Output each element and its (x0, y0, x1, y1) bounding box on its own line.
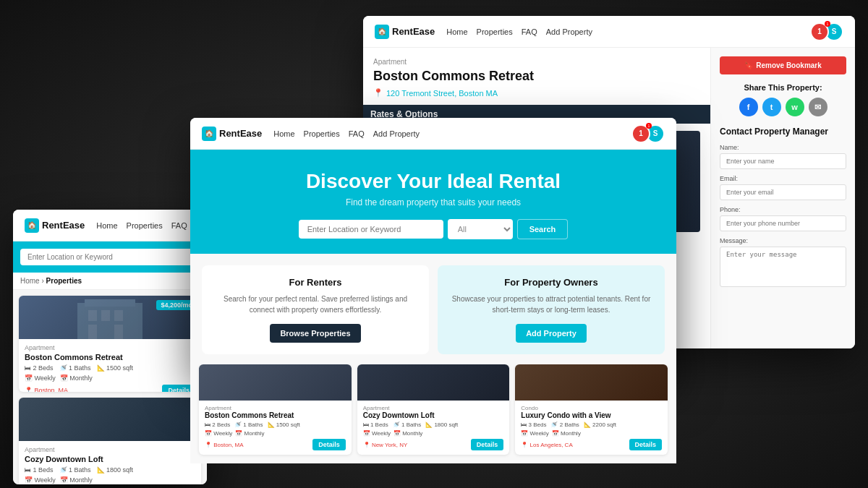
feat-loc-2: 📍 New York, NY (363, 442, 408, 448)
form-name-input[interactable] (720, 153, 846, 169)
featured-name-1: Boston Commons Retreat (205, 411, 346, 419)
brand-name: RentEase (392, 26, 435, 37)
notif-dot: 1 (825, 21, 830, 27)
feat-footer-2: 📍 New York, NY Details (363, 439, 504, 450)
share-whatsapp[interactable]: w (786, 98, 804, 116)
prop-beds-2: 🛏 1 Beds (25, 466, 54, 474)
feat-details-btn-2[interactable]: Details (471, 439, 504, 450)
nav-addprop-detail[interactable]: Add Property (546, 27, 592, 36)
feat-tag-m-1: 📅 Monthly (235, 430, 264, 437)
prop-tag-monthly-1: 📅 Monthly (60, 374, 93, 382)
detail-title: Boston Commons Retreat (373, 69, 700, 84)
form-message-group: Message: (720, 237, 846, 290)
form-message-label: Message: (720, 237, 846, 244)
detail-type: Apartment (373, 58, 700, 66)
featured-details-3: 🛏 3 Beds 🚿 2 Baths 📐 2200 sqft (521, 421, 662, 428)
feat-tag-m-2: 📅 Monthly (393, 430, 422, 437)
breadcrumb-home: Home (20, 277, 40, 285)
main-notif-dot: 1 (646, 123, 652, 129)
featured-card-image-3 (515, 364, 668, 401)
featured-card-image-2 (357, 364, 510, 401)
feat-details-btn-3[interactable]: Details (629, 439, 663, 450)
form-phone-label: Phone: (720, 206, 846, 213)
main-navbar: 🏠 RentEase Home Properties FAQ Add Prope… (190, 118, 676, 150)
main-nav-faq[interactable]: FAQ (349, 129, 365, 138)
hero-search-select[interactable]: All Apartment Condo House (448, 219, 513, 239)
nav-home-detail[interactable]: Home (446, 27, 467, 36)
prop-location-1: 📍 Boston, MA (25, 387, 68, 392)
feat-tags-1: 📅 Weekly 📅 Monthly (205, 430, 346, 437)
hero-subtitle: Find the dream property that suits your … (205, 197, 662, 207)
list-nav-faq[interactable]: FAQ (171, 221, 187, 230)
main-brand: 🏠 RentEase (202, 127, 262, 141)
property-list-window: 🏠 RentEase Home Properties FAQ Add P Hom… (13, 210, 207, 484)
prop-name-2: Cozy Downtown Loft (25, 455, 195, 463)
owners-card: For Property Owners Showcase your proper… (438, 265, 665, 354)
prop-card-body-1: Apartment Boston Commons Retreat 🛏 2 Bed… (19, 339, 201, 392)
owners-card-text: Showcase your properties to attract pote… (449, 294, 653, 315)
form-phone-input[interactable] (720, 215, 846, 231)
svg-rect-1 (85, 299, 135, 307)
prop-sqft-1: 📐 1500 sqft (97, 364, 134, 372)
main-nav-properties[interactable]: Properties (304, 129, 340, 138)
feat-sqft-1: 📐 1500 sqft (268, 421, 300, 428)
form-message-input[interactable] (720, 247, 846, 287)
nav-properties-detail[interactable]: Properties (477, 27, 513, 36)
featured-card-body-1: Apartment Boston Commons Retreat 🛏 2 Bed… (199, 401, 352, 455)
avatar-notif-wrapper: 1 1 (810, 22, 829, 41)
prop-baths-2: 🚿 1 Baths (59, 466, 91, 474)
list-search-input[interactable] (20, 249, 200, 265)
feat-details-btn-1[interactable]: Details (312, 439, 346, 450)
nav-faq-detail[interactable]: FAQ (522, 27, 537, 36)
form-email-group: Email: (720, 175, 846, 200)
prop-type-2: Apartment (25, 446, 195, 453)
list-nav-home[interactable]: Home (96, 221, 117, 230)
feat-sqft-3: 📐 2200 sqft (584, 421, 616, 428)
breadcrumb-properties: Properties (46, 277, 82, 285)
add-property-button[interactable]: Add Property (516, 324, 587, 343)
remove-bookmark-button[interactable]: 🔖 Remove Bookmark (720, 56, 846, 74)
feat-loc-3: 📍 Los Angeles, CA (521, 442, 572, 448)
detail-navbar: 🏠 RentEase Home Properties FAQ Add Prope… (363, 16, 855, 48)
feat-baths-1: 🚿 1 Baths (234, 421, 263, 428)
property-cards-list: $4,200/mo Apartment Boston Commons Retre… (13, 290, 207, 484)
feat-tag-w-3: 📅 Weekly (521, 430, 548, 437)
location-pin-icon: 📍 (373, 88, 383, 98)
breadcrumb: Home › Properties (13, 273, 207, 290)
hero-title: Discover Your Ideal Rental (205, 170, 662, 193)
renters-card: For Renters Search for your perfect rent… (202, 265, 429, 354)
detail-nav-links: Home Properties FAQ Add Property (446, 27, 592, 36)
prop-tag-weekly-2: 📅 Weekly (25, 476, 56, 484)
bookmark-icon: 🔖 (744, 61, 753, 69)
featured-card-2: Apartment Cozy Downtown Loft 🛏 1 Beds 🚿 … (357, 364, 510, 455)
prop-tags-2: 📅 Weekly 📅 Monthly (25, 476, 195, 484)
featured-card-body-3: Condo Luxury Condo with a View 🛏 3 Beds … (515, 401, 668, 455)
hero-search-button[interactable]: Search (517, 219, 569, 239)
main-nav-home[interactable]: Home (273, 129, 294, 138)
prop-card-image-1: $4,200/mo (19, 296, 201, 339)
feat-tag-w-2: 📅 Weekly (363, 430, 391, 437)
featured-card-body-2: Apartment Cozy Downtown Loft 🛏 1 Beds 🚿 … (357, 401, 510, 455)
share-email[interactable]: ✉ (809, 98, 827, 116)
main-home-window: 🏠 RentEase Home Properties FAQ Add Prope… (190, 118, 676, 378)
prop-beds-1: 🛏 2 Beds (25, 364, 54, 372)
main-nav-addprop[interactable]: Add Property (373, 129, 420, 138)
browse-properties-button[interactable]: Browse Properties (270, 324, 360, 343)
share-facebook[interactable]: f (739, 98, 758, 116)
hero-search-input[interactable] (299, 220, 443, 239)
main-brand-icon: 🏠 (202, 127, 216, 141)
form-email-input[interactable] (720, 184, 846, 200)
prop-type-1: Apartment (25, 344, 195, 351)
list-nav-properties[interactable]: Properties (127, 221, 163, 230)
form-email-label: Email: (720, 175, 846, 182)
brand-icon: 🏠 (375, 25, 389, 39)
prop-footer-1: 📍 Boston, MA Details (25, 385, 195, 392)
svg-rect-4 (114, 310, 123, 321)
featured-type-1: Apartment (205, 405, 346, 411)
share-twitter[interactable]: t (762, 98, 781, 116)
feat-footer-3: 📍 Los Angeles, CA Details (521, 439, 662, 450)
featured-details-2: 🛏 1 Beds 🚿 1 Baths 📐 1800 sqft (363, 421, 504, 428)
renters-card-title: For Renters (213, 277, 417, 288)
prop-details-1: 🛏 2 Beds 🚿 1 Baths 📐 1500 sqft (25, 364, 195, 372)
feat-beds-1: 🛏 2 Beds (205, 421, 230, 428)
